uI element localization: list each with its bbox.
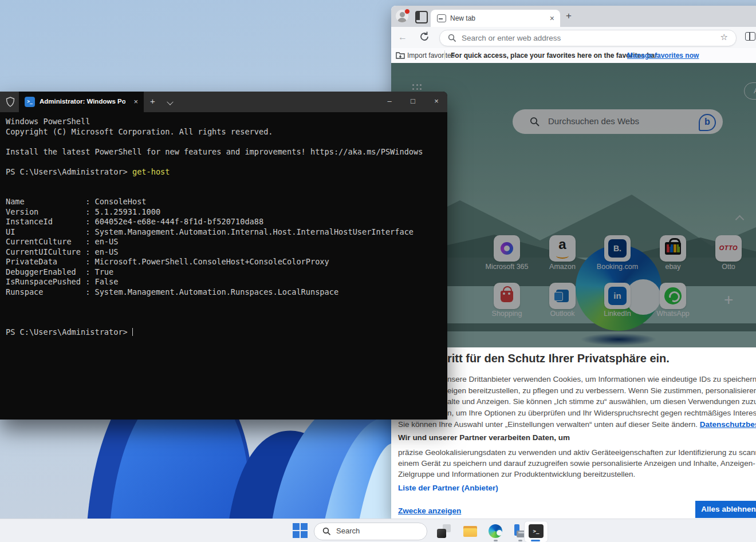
- terminal-line: Version : 5.1.25931.1000: [6, 207, 447, 217]
- text-cursor: [132, 328, 133, 336]
- minimize-button[interactable]: –: [377, 92, 402, 112]
- browser-tab-strip: New tab × +: [391, 6, 756, 27]
- consent-text-line: einem Gerät zu speichern und darauf zuzu…: [398, 459, 756, 468]
- edge-button[interactable]: [488, 524, 503, 539]
- tab-close-icon[interactable]: ×: [133, 97, 138, 107]
- command-text: get-host: [132, 167, 170, 176]
- profile-notification-dot: [404, 9, 410, 14]
- split-screen-icon[interactable]: [745, 32, 755, 41]
- favorites-divider: [444, 50, 445, 60]
- favorite-star-icon[interactable]: ☆: [720, 32, 728, 42]
- terminal-line: Windows PowerShell: [6, 117, 447, 127]
- import-favorites-icon: [396, 51, 405, 60]
- terminal-dropdown-chevron-icon[interactable]: [167, 98, 173, 105]
- terminal-titlebar[interactable]: >_ Administrator: Windows Powe × + – □ ×: [0, 92, 447, 112]
- taskbar-search-placeholder: Search: [336, 527, 360, 535]
- back-icon[interactable]: ←: [397, 31, 408, 43]
- new-tab-page-icon: [437, 14, 446, 22]
- consent-text-line: Sie können Ihre Auswahl unter „Einstellu…: [398, 420, 756, 429]
- browser-tab-new-tab[interactable]: New tab ×: [431, 10, 560, 27]
- terminal-button[interactable]: >_: [524, 521, 548, 542]
- favorites-bar: Import favorites For quick access, place…: [391, 48, 756, 64]
- search-icon: [448, 34, 456, 42]
- import-favorites-button[interactable]: Import favorites: [407, 52, 455, 60]
- terminal-line: Runspace : System.Management.Automation.…: [6, 287, 447, 298]
- close-button[interactable]: ×: [424, 92, 447, 112]
- terminal-line: Copyright (C) Microsoft Corporation. All…: [6, 127, 447, 137]
- edge-icon: [489, 524, 502, 538]
- terminal-icon: >_: [529, 524, 544, 538]
- powershell-icon: >_: [25, 97, 35, 107]
- terminal-tab-title: Administrator: Windows Powe: [40, 98, 125, 105]
- terminal-prompt-line[interactable]: PS C:\Users\Administrator>: [6, 327, 447, 338]
- server-manager-running-indicator: [518, 540, 522, 541]
- new-terminal-tab-button[interactable]: +: [150, 96, 155, 106]
- terminal-line: Install the latest PowerShell for new fe…: [6, 147, 447, 157]
- consent-title: ritt für den Schutz Ihrer Privatsphäre e…: [447, 352, 670, 365]
- terminal-output: Windows PowerShell Copyright (C) Microso…: [0, 112, 447, 420]
- consent-text-line: alte und Anzeigen. Sie können „Ich stimm…: [447, 397, 756, 406]
- manage-favorites-link[interactable]: Manage favorites now: [627, 52, 699, 60]
- reject-all-button[interactable]: Alles ablehnen: [695, 501, 756, 518]
- address-bar[interactable]: Search or enter web address ☆: [439, 30, 737, 46]
- consent-text-line: eigen bereitzustellen, zu pflegen und zu…: [447, 386, 756, 395]
- consent-section-heading: Wir und unserer Partner verarbeiten Date…: [398, 433, 570, 442]
- taskbar-search[interactable]: Search: [314, 523, 427, 540]
- terminal-window: >_ Administrator: Windows Powe × + – □ ×…: [0, 92, 447, 420]
- taskbar: Search >_: [0, 519, 756, 542]
- new-tab-button[interactable]: +: [566, 11, 572, 21]
- edge-running-indicator: [494, 540, 498, 541]
- consent-text-line: präzise Geolokalisierungsdaten zu verwen…: [398, 448, 756, 457]
- terminal-line: PrivateData : Microsoft.PowerShell.Conso…: [6, 257, 447, 267]
- task-view-button[interactable]: [436, 524, 451, 539]
- terminal-line: CurrentCulture : en-US: [6, 237, 447, 247]
- privacy-policy-link[interactable]: Datenschutzbestimmungen: [700, 420, 756, 429]
- terminal-line: Name : ConsoleHost: [6, 197, 447, 207]
- terminal-line: DebuggerEnabled : True: [6, 267, 447, 278]
- terminal-tab[interactable]: >_ Administrator: Windows Powe ×: [19, 92, 144, 112]
- tab-close-icon[interactable]: ×: [550, 14, 554, 23]
- address-placeholder: Search or enter web address: [462, 34, 561, 42]
- terminal-line: CurrentUICulture : en-US: [6, 247, 447, 258]
- consent-text-line: nsere Drittanbieter verwenden Cookies, u…: [447, 375, 756, 383]
- admin-shield-icon: [6, 97, 15, 107]
- terminal-active-indicator: [531, 540, 540, 541]
- consent-text-line: Zielgruppe und Informationen zur Produkt…: [398, 470, 635, 478]
- show-purposes-link[interactable]: Zwecke anzeigen: [398, 507, 461, 515]
- maximize-button[interactable]: □: [400, 92, 426, 112]
- terminal-line: InstanceId : 604052e4-e68e-444f-8f1d-bf5…: [6, 217, 447, 227]
- search-icon: [322, 527, 331, 536]
- terminal-command-line: PS C:\Users\Administrator> get-host: [6, 167, 447, 177]
- terminal-line: IsRunspacePushed : False: [6, 277, 447, 287]
- refresh-icon[interactable]: [419, 31, 430, 42]
- browser-toolbar: ← Search or enter web address ☆: [391, 27, 756, 48]
- tab-label: New tab: [450, 14, 475, 22]
- partners-list-link[interactable]: Liste der Partner (Anbieter): [398, 484, 498, 492]
- start-button[interactable]: [293, 523, 308, 538]
- tab-actions-icon[interactable]: [415, 11, 428, 23]
- profile-button[interactable]: [396, 10, 410, 23]
- terminal-line: UI : System.Management.Automation.Intern…: [6, 227, 447, 238]
- file-explorer-button[interactable]: [463, 524, 478, 539]
- consent-text-line: n, um Ihre Optionen zu überprüfen und Ih…: [447, 409, 756, 417]
